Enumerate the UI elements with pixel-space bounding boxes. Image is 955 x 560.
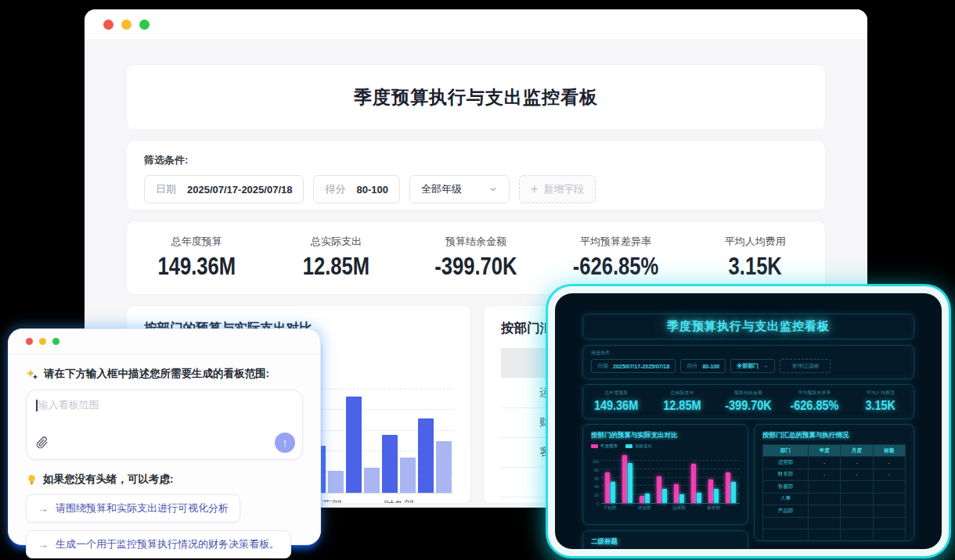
legend-item: 实际支出 (625, 443, 652, 449)
table-cell (873, 529, 905, 542)
table-row: 运营部--- (763, 457, 906, 469)
kpi-item: 预算结余金额-399.70K (406, 235, 546, 281)
close-button[interactable] (103, 20, 114, 30)
bar-实际支出 (611, 482, 615, 503)
maximize-button[interactable] (139, 20, 150, 30)
date-filter-chip[interactable]: 日期 2025/07/17-2025/07/18 (144, 175, 304, 203)
add-field-button[interactable]: + 新增字段 (519, 175, 596, 203)
kpi-label: 预算结余金额 (715, 389, 781, 397)
y-tick-label: 80 (594, 468, 601, 472)
text-cursor (36, 400, 38, 411)
maximize-button[interactable] (52, 338, 59, 345)
bar-年度预算 (726, 472, 730, 503)
score-filter-chip[interactable]: 得分 80-100 (680, 359, 726, 373)
x-tick-label (653, 505, 670, 511)
minimize-button[interactable] (121, 20, 132, 30)
kpi-label: 平均人均费用 (686, 235, 825, 249)
chat-window-titlebar (9, 329, 320, 354)
score-filter-chip[interactable]: 得分 80-100 (313, 175, 399, 203)
kpi-item: 总年度预算149.36M (583, 389, 649, 414)
plot-area: 020406080100 (601, 452, 740, 504)
input-placeholder-row: 输入看板范围 (36, 398, 293, 412)
close-button[interactable] (26, 338, 33, 345)
x-tick-label: 工程部 (601, 505, 618, 511)
department-select[interactable]: 全部部门 (730, 359, 775, 373)
grade-select[interactable]: 全部年级 (409, 175, 510, 203)
bar-年度预算 (622, 455, 627, 503)
date-filter-label: 日期 (597, 362, 608, 370)
kpi-item: 平均人均费用3.15K (848, 389, 914, 414)
x-axis-labels: 工程部研发部运营部财务部 (601, 505, 740, 511)
dashboard-title-card: 季度预算执行与支出监控看板 (126, 64, 826, 130)
date-filter-chip[interactable]: 日期 2025/07/17-2025/07/18 (591, 359, 676, 373)
bar-group (671, 452, 688, 503)
kpi-item: 总实际支出12.85M (266, 235, 405, 281)
minimize-button[interactable] (39, 338, 46, 345)
table-cell: 客服部 (763, 481, 809, 494)
table-row: 人事 (763, 493, 906, 505)
table-cell (763, 529, 809, 542)
kpi-item: 总年度预算149.36M (127, 235, 266, 281)
kpi-label: 预算结余金额 (406, 235, 546, 249)
table-header-row: 部门年度月度标题 (763, 445, 906, 457)
kpi-label: 平均人均费用 (848, 389, 914, 397)
kpi-label: 平均预算差异率 (546, 235, 685, 249)
bar-年度预算 (657, 476, 661, 503)
table-cell (873, 481, 905, 494)
chart-legend: 年度预算 实际支出 (591, 443, 740, 449)
legend-swatch-actual (625, 444, 632, 448)
dashboard-scope-input[interactable]: 输入看板范围 ↑ (26, 389, 303, 460)
bar-group (381, 368, 417, 493)
filter-card: 筛选条件: 日期 2025/07/17-2025/07/18 得分 80-100… (126, 140, 826, 210)
kpi-value: 12.85M (303, 252, 369, 281)
column-header: 月度 (841, 445, 873, 457)
bar-group (618, 452, 636, 503)
table-cell (809, 517, 841, 529)
kpi-value: 149.36M (594, 398, 638, 414)
arrow-right-icon: → (38, 502, 49, 515)
table-cell (809, 481, 841, 494)
suggestion-chip[interactable]: → 生成一个用于监控预算执行情况的财务决策看板。 (26, 530, 291, 558)
x-tick-label (345, 498, 381, 504)
chevron-down-icon (488, 185, 498, 194)
add-field-label: 新增字段 (543, 182, 584, 196)
x-tick-label: 运营部 (671, 505, 688, 511)
kpi-label: 总年度预算 (127, 235, 266, 249)
table-cell (809, 505, 841, 518)
prompt-text: 请在下方输入框中描述您所需要生成的看板范围: (44, 367, 269, 381)
kpi-item: 平均预算差异率-626.85% (546, 235, 685, 281)
table-cell: - (873, 457, 905, 469)
column-header: 部门 (763, 445, 809, 457)
bar-年度预算 (708, 479, 713, 503)
legend-item: 年度预算 (591, 443, 618, 449)
window-controls (103, 20, 150, 30)
dark-bar-chart-panel: 按部门的预算与实际支出对比 年度预算 实际支出 (582, 424, 748, 525)
suggestion-text: 请围绕预算和实际支出进行可视化分析 (56, 501, 229, 515)
dark-summary-table-panel: 按部门汇总的预算与执行情况 部门年度月度标题运营部---财务部---客服部人事产… (754, 424, 914, 541)
suggestion-chip[interactable]: → 请围绕预算和实际支出进行可视化分析 (26, 494, 240, 522)
table-cell: - (809, 468, 841, 481)
sparkles-icon (26, 368, 38, 380)
date-filter-value: 2025/07/17-2025/07/18 (613, 364, 669, 369)
send-button[interactable]: ↑ (275, 433, 295, 453)
column-header: 年度 (809, 445, 841, 457)
column-header: 标题 (873, 445, 905, 457)
date-filter-value: 2025/07/17-2025/07/18 (187, 184, 292, 196)
kpi-item: 预算结余金额-399.70K (715, 389, 781, 414)
bar-实际支出 (645, 494, 650, 503)
legend-label: 年度预算 (600, 443, 618, 449)
bar-年度预算 (605, 472, 610, 503)
table-cell: - (841, 457, 873, 469)
y-tick-label: 60 (594, 476, 601, 481)
manage-filters-button[interactable]: 管理过滤器 (780, 359, 831, 373)
x-tick-label: 财务部 (705, 505, 723, 511)
panel-title: 二级标题 (591, 537, 740, 547)
bar-group (601, 452, 618, 503)
bar-实际支出 (697, 493, 701, 503)
bar-年度预算 (346, 397, 362, 493)
kpi-item: 平均人均费用3.15K (686, 235, 825, 281)
paperclip-icon[interactable] (36, 436, 49, 449)
table-row: 客服部 (763, 481, 906, 494)
table-cell (763, 517, 809, 529)
legend-swatch-budget (591, 444, 598, 448)
